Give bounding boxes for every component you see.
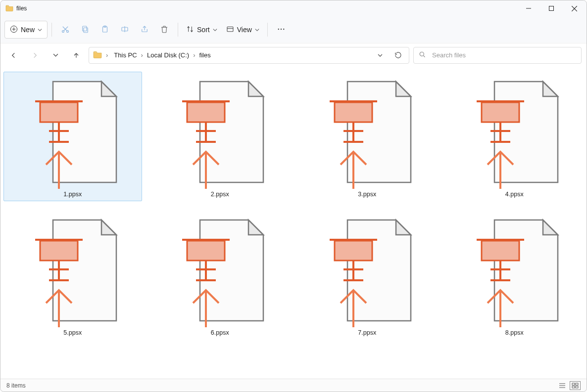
svg-rect-79	[576, 386, 578, 388]
file-item[interactable]: 4.ppsx	[445, 72, 584, 201]
copy-icon	[81, 25, 90, 35]
plus-circle-icon	[10, 25, 18, 35]
chevron-right-icon[interactable]: ›	[106, 51, 108, 59]
search-box[interactable]	[413, 47, 582, 64]
ppsx-file-icon	[457, 214, 571, 327]
file-item[interactable]: 7.ppsx	[298, 210, 437, 340]
separator	[178, 23, 178, 37]
ellipsis-icon	[277, 25, 286, 35]
copy-button[interactable]	[76, 20, 95, 39]
sort-button[interactable]: Sort	[182, 20, 221, 39]
file-item[interactable]: 3.ppsx	[298, 72, 437, 201]
ppsx-file-icon	[16, 75, 130, 189]
view-button[interactable]: View	[222, 20, 263, 39]
minimize-button[interactable]	[517, 0, 540, 16]
refresh-button[interactable]	[391, 48, 405, 62]
scissors-icon	[61, 25, 70, 35]
svg-line-24	[423, 55, 425, 57]
close-button[interactable]	[563, 0, 586, 16]
svg-rect-56	[187, 241, 225, 261]
file-item[interactable]: 5.ppsx	[3, 210, 142, 340]
view-toggle	[557, 381, 581, 390]
svg-point-21	[281, 28, 282, 29]
svg-rect-68	[482, 241, 519, 261]
file-item[interactable]: 6.ppsx	[151, 210, 290, 340]
svg-rect-32	[187, 102, 225, 122]
view-button-label: View	[237, 26, 252, 34]
window-controls	[517, 0, 586, 16]
file-name-label: 3.ppsx	[358, 191, 376, 198]
svg-point-8	[67, 30, 69, 32]
svg-rect-11	[84, 28, 88, 33]
file-item[interactable]: 1.ppsx	[3, 72, 142, 201]
view-icon	[226, 25, 234, 35]
svg-rect-12	[83, 26, 87, 31]
svg-point-22	[283, 28, 284, 29]
svg-point-20	[278, 28, 279, 29]
paste-icon	[100, 25, 109, 35]
content-area[interactable]: 1.ppsx 2.ppsx 3.ppsx	[0, 67, 587, 379]
status-bar: 8 items	[0, 379, 587, 392]
address-dropdown-button[interactable]	[373, 48, 387, 62]
file-explorer-window: files New Sort View	[0, 0, 587, 392]
svg-rect-1	[549, 6, 554, 11]
share-icon	[140, 25, 149, 35]
file-name-label: 7.ppsx	[358, 329, 376, 336]
new-button[interactable]: New	[4, 21, 48, 39]
breadcrumb-segment[interactable]: files	[197, 50, 213, 60]
search-input[interactable]	[431, 51, 576, 59]
svg-rect-38	[335, 102, 372, 122]
chevron-right-icon[interactable]: ›	[141, 51, 143, 59]
file-name-label: 8.ppsx	[505, 329, 524, 336]
breadcrumb-segment[interactable]: This PC	[112, 50, 139, 60]
toolbar: New Sort View	[0, 16, 587, 43]
forward-button[interactable]	[26, 47, 43, 64]
title-bar[interactable]: files	[0, 0, 587, 16]
address-bar[interactable]: › This PC › Local Disk (C:) › files	[89, 47, 409, 64]
recent-locations-button[interactable]	[47, 47, 64, 64]
ppsx-file-icon	[16, 214, 130, 327]
file-item[interactable]: 8.ppsx	[445, 210, 584, 340]
details-view-button[interactable]	[557, 381, 568, 390]
more-button[interactable]	[272, 20, 291, 39]
sort-button-label: Sort	[197, 26, 210, 34]
delete-button[interactable]	[155, 20, 174, 39]
search-icon	[419, 51, 426, 60]
new-button-label: New	[21, 26, 35, 34]
ppsx-file-icon	[457, 75, 571, 189]
breadcrumb-segment[interactable]: Local Disk (C:)	[145, 50, 191, 60]
share-button[interactable]	[135, 20, 154, 39]
separator	[51, 23, 52, 37]
svg-rect-44	[482, 102, 519, 122]
sort-icon	[186, 25, 194, 35]
breadcrumb: This PC › Local Disk (C:) › files	[112, 50, 369, 60]
svg-rect-78	[572, 386, 575, 388]
maximize-button[interactable]	[540, 0, 563, 16]
svg-rect-77	[576, 383, 578, 385]
icons-view-button[interactable]	[570, 381, 581, 390]
file-name-label: 5.ppsx	[63, 329, 82, 336]
svg-rect-76	[572, 383, 575, 385]
status-text: 8 items	[6, 382, 26, 389]
file-name-label: 6.ppsx	[211, 329, 229, 336]
back-button[interactable]	[5, 47, 22, 64]
rename-button[interactable]	[115, 20, 134, 39]
svg-point-23	[420, 52, 424, 56]
navigation-row: › This PC › Local Disk (C:) › files	[0, 43, 587, 67]
up-button[interactable]	[68, 47, 85, 64]
chevron-down-icon	[255, 26, 259, 34]
paste-button[interactable]	[96, 20, 114, 39]
separator	[267, 23, 268, 37]
chevron-right-icon[interactable]: ›	[193, 51, 195, 59]
cut-button[interactable]	[56, 20, 75, 39]
chevron-down-icon	[38, 26, 42, 34]
svg-rect-50	[40, 241, 78, 261]
svg-rect-62	[335, 241, 372, 261]
file-name-label: 2.ppsx	[211, 191, 229, 198]
ppsx-file-icon	[163, 214, 277, 327]
trash-icon	[160, 25, 169, 35]
svg-rect-26	[40, 102, 78, 122]
file-name-label: 4.ppsx	[505, 191, 524, 198]
window-title-text: files	[16, 5, 27, 12]
file-item[interactable]: 2.ppsx	[151, 72, 290, 201]
